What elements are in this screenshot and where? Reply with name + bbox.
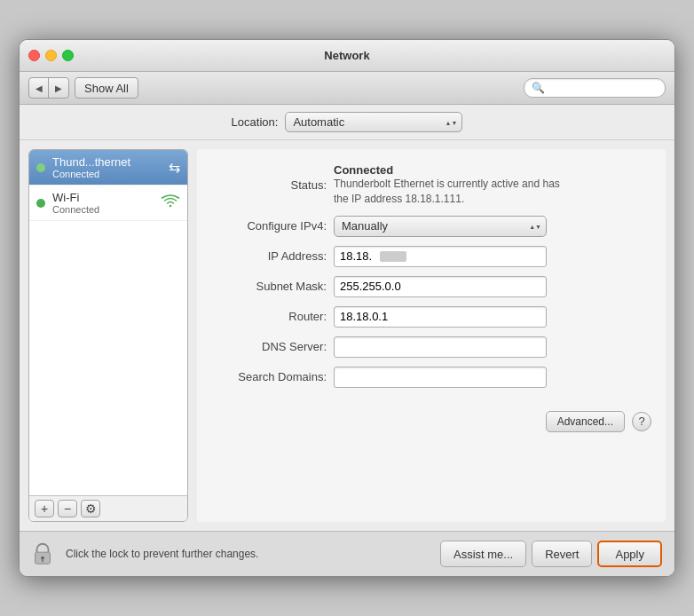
search-icon: 🔍	[532, 82, 545, 94]
sidebar-item-thunderbolt[interactable]: Thund...thernet Connected ⇆	[29, 150, 187, 186]
action-menu-button[interactable]: ⚙	[81, 500, 100, 517]
configure-label: Configure IPv4:	[211, 219, 327, 233]
search-domains-input[interactable]	[334, 367, 547, 388]
subnet-mask-input[interactable]	[334, 276, 547, 297]
sidebar-footer: + − ⚙	[29, 495, 187, 521]
toolbar: ◀ ▶ Show All 🔍	[20, 72, 674, 105]
svg-point-1	[41, 557, 44, 560]
search-bar[interactable]: 🔍	[524, 78, 666, 98]
revert-button[interactable]: Revert	[532, 541, 592, 567]
detail-panel: Status: Connected Thunderbolt Ethernet i…	[197, 149, 666, 522]
search-input[interactable]	[548, 82, 658, 94]
wifi-icon	[161, 193, 180, 212]
location-select-wrapper[interactable]: Automatic Edit Locations...	[285, 112, 462, 132]
ip-address-input[interactable]	[334, 246, 547, 267]
titlebar: Network	[20, 40, 674, 72]
status-label: Status:	[211, 178, 327, 192]
subnet-label: Subnet Mask:	[211, 280, 327, 293]
ip-field-group	[334, 246, 547, 267]
ip-label: IP Address:	[211, 249, 327, 263]
dns-label: DNS Server:	[211, 340, 327, 353]
thunderbolt-icon: ⇆	[169, 159, 180, 176]
wifi-info: Wi-Fi Connected	[52, 191, 154, 215]
main-content: Thund...thernet Connected ⇆ Wi-Fi Connec…	[20, 140, 674, 531]
status-row: Status: Connected Thunderbolt Ethernet i…	[211, 163, 651, 207]
bottom-bar: Click the lock to prevent further change…	[20, 531, 674, 576]
router-row: Router:	[211, 306, 651, 328]
subnet-row: Subnet Mask:	[211, 276, 651, 297]
router-input[interactable]	[334, 306, 547, 328]
sidebar-item-wifi[interactable]: Wi-Fi Connected	[29, 186, 187, 221]
advanced-help-row: Advanced... ?	[211, 402, 651, 432]
search-domains-label: Search Domains:	[211, 370, 327, 383]
thunderbolt-info: Thund...thernet Connected	[52, 155, 162, 179]
configure-select[interactable]: Manually Using DHCP Using DHCP with manu…	[334, 216, 547, 237]
status-dot-wifi	[36, 199, 45, 208]
location-bar: Location: Automatic Edit Locations...	[20, 105, 674, 140]
thunderbolt-status: Connected	[52, 169, 162, 179]
location-label: Location:	[232, 115, 279, 129]
dns-row: DNS Server:	[211, 336, 651, 358]
traffic-lights	[28, 50, 74, 61]
assist-me-button[interactable]: Assist me...	[440, 541, 526, 567]
close-button[interactable]	[28, 50, 40, 61]
status-description: Thunderbolt Ethernet is currently active…	[334, 177, 564, 207]
nav-arrows[interactable]: ◀ ▶	[28, 77, 69, 99]
help-button[interactable]: ?	[632, 412, 651, 431]
configure-row: Configure IPv4: Manually Using DHCP Usin…	[211, 216, 651, 237]
remove-service-button[interactable]: −	[58, 500, 77, 517]
window-title: Network	[324, 49, 369, 62]
lock-icon[interactable]	[32, 541, 53, 566]
advanced-button[interactable]: Advanced...	[546, 411, 625, 432]
sidebar: Thund...thernet Connected ⇆ Wi-Fi Connec…	[28, 149, 188, 522]
lock-text: Click the lock to prevent further change…	[66, 548, 433, 560]
wifi-status: Connected	[52, 204, 154, 215]
sidebar-items: Thund...thernet Connected ⇆ Wi-Fi Connec…	[29, 150, 187, 495]
dns-server-input[interactable]	[334, 336, 547, 358]
wifi-name: Wi-Fi	[52, 191, 154, 204]
show-all-button[interactable]: Show All	[75, 77, 138, 99]
location-select[interactable]: Automatic Edit Locations...	[285, 112, 462, 132]
thunderbolt-name: Thund...thernet	[52, 155, 162, 169]
search-domains-row: Search Domains:	[211, 367, 651, 388]
forward-button[interactable]: ▶	[49, 78, 68, 98]
status-dot-thunderbolt	[36, 163, 45, 172]
back-button[interactable]: ◀	[29, 78, 49, 98]
status-block: Connected Thunderbolt Ethernet is curren…	[334, 163, 564, 207]
router-label: Router:	[211, 310, 327, 323]
apply-button[interactable]: Apply	[597, 541, 662, 567]
network-window: Network ◀ ▶ Show All 🔍 Location: Automat…	[19, 39, 675, 577]
status-value: Connected	[334, 163, 564, 177]
add-service-button[interactable]: +	[35, 500, 54, 517]
configure-select-wrapper[interactable]: Manually Using DHCP Using DHCP with manu…	[334, 216, 547, 237]
bottom-actions: Assist me... Revert Apply	[440, 541, 662, 567]
maximize-button[interactable]	[62, 50, 74, 61]
ip-row: IP Address:	[211, 246, 651, 267]
minimize-button[interactable]	[45, 50, 57, 61]
